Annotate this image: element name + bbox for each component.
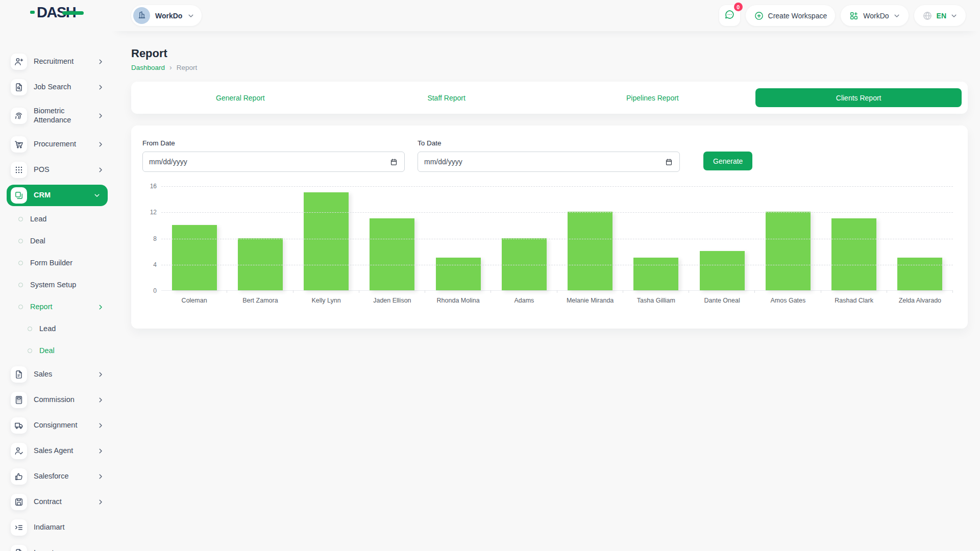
sidebar-item-label: POS — [34, 165, 97, 174]
sidebar-item-sales-agent[interactable]: Sales Agent — [0, 438, 110, 464]
chevron-down-icon — [93, 192, 101, 199]
calendar-icon[interactable] — [665, 158, 673, 166]
sidebar-item-system-setup[interactable]: System Setup — [0, 274, 110, 296]
sidebar-item-lead[interactable]: Lead — [0, 318, 110, 340]
bullet-circle-icon — [18, 283, 23, 287]
calendar-icon[interactable] — [389, 158, 398, 166]
sidebar-item-label: Deal — [30, 237, 104, 246]
filter-row: From Date To Date Generate — [142, 139, 953, 172]
gridline — [161, 239, 953, 239]
to-date-label: To Date — [418, 139, 680, 147]
sidebar-item-pos[interactable]: POS — [0, 157, 110, 183]
fingerprint-icon — [11, 108, 27, 124]
building-icon — [137, 10, 146, 21]
sidebar-item-contract[interactable]: Contract — [0, 489, 110, 515]
bar-amos-gates — [766, 212, 811, 290]
chevron-down-icon — [950, 12, 958, 19]
truck-icon — [11, 417, 27, 434]
chevron-right-icon — [97, 447, 104, 455]
grid-dots-icon — [11, 162, 27, 178]
chevron-right-icon — [97, 396, 104, 404]
sidebar-item-deal[interactable]: Deal — [0, 230, 110, 252]
file-icon — [11, 545, 27, 551]
to-date-input[interactable] — [418, 152, 680, 172]
x-tick-label: Dante Oneal — [689, 297, 755, 304]
sidebar-item-job-search[interactable]: Job Search — [0, 74, 110, 100]
bar-jaden-ellison — [370, 218, 414, 290]
person-plus-icon — [11, 54, 27, 70]
create-workspace-label: Create Workspace — [768, 12, 827, 20]
sidebar-item-form-builder[interactable]: Form Builder — [0, 252, 110, 274]
sidebar-item-consignment[interactable]: Consignment — [0, 413, 110, 438]
page-title: Report — [131, 46, 968, 60]
bullet-circle-icon — [18, 239, 23, 243]
tab-clients-report[interactable]: Clients Report — [755, 88, 962, 107]
sidebar-item-sales[interactable]: Sales — [0, 362, 110, 387]
sidebar-item-deal[interactable]: Deal — [0, 340, 110, 362]
sidebar-item-label: Consignment — [34, 421, 97, 430]
sidebar-item-label: Procurement — [34, 140, 97, 149]
create-workspace-button[interactable]: Create Workspace — [746, 5, 836, 26]
workspace-avatar — [133, 7, 150, 24]
workspace-menu-button[interactable]: WorkDo — [841, 5, 908, 26]
sidebar-item-label: Indiamart — [34, 523, 104, 532]
sidebar-item-procurement[interactable]: Procurement — [0, 132, 110, 157]
sidebar-item-recruitment[interactable]: Recruitment — [0, 49, 110, 74]
tab-pipelines-report[interactable]: Pipelines Report — [550, 88, 756, 107]
x-tick-label: Tasha Gilliam — [623, 297, 689, 304]
y-tick-label: 0 — [153, 287, 157, 294]
sidebar-item-label: Form Builder — [30, 259, 104, 268]
bullet-circle-icon — [28, 348, 32, 353]
x-tick-label: Zelda Alvarado — [887, 297, 953, 304]
sidebar-item-salesforce[interactable]: Salesforce — [0, 464, 110, 489]
tab-staff-report[interactable]: Staff Report — [344, 88, 550, 107]
plus-circle-icon — [754, 11, 764, 21]
sidebar-item-biometric-attendance[interactable]: Biometric Attendance — [0, 100, 110, 132]
sidebar-item-crm[interactable]: CRM — [7, 185, 108, 206]
from-date-input[interactable] — [142, 152, 405, 172]
from-date-text[interactable] — [149, 158, 389, 166]
bar-coleman — [172, 225, 217, 290]
sidebar-item-indiamart[interactable]: Indiamart — [0, 515, 110, 540]
to-date-text[interactable] — [424, 158, 665, 166]
bar-rashad-clark — [831, 218, 876, 290]
y-tick-label: 16 — [150, 183, 157, 190]
sidebar-item-label: Deal — [39, 346, 104, 356]
tab-general-report[interactable]: General Report — [137, 88, 344, 107]
sidebar-item-inventory[interactable]: Inventory — [0, 540, 110, 551]
chevron-right-icon — [97, 473, 104, 480]
sidebar-item-label: Recruitment — [34, 57, 97, 66]
x-tick-label: Coleman — [161, 297, 227, 304]
y-tick-label: 4 — [153, 261, 157, 268]
sidebar-item-label: Lead — [30, 215, 104, 224]
y-tick-label: 12 — [150, 209, 157, 216]
breadcrumb: Dashboard › Report — [131, 63, 968, 71]
chevron-down-icon — [893, 12, 900, 19]
dash-logo-text: DASH — [37, 5, 76, 20]
generate-button[interactable]: Generate — [703, 152, 752, 170]
cart-icon — [11, 136, 27, 153]
sidebar-item-lead[interactable]: Lead — [0, 208, 110, 230]
thumbs-up-icon — [11, 468, 27, 485]
chevron-right-icon — [97, 84, 104, 91]
y-tick-label: 8 — [153, 235, 157, 242]
messages-button[interactable]: 0 — [719, 5, 740, 26]
page-content: Report Dashboard › Report General Report… — [110, 31, 980, 329]
chevron-right-icon — [97, 371, 104, 378]
x-tick-label: Kelly Lynn — [293, 297, 359, 304]
chat-icon — [724, 9, 736, 22]
gridline — [161, 186, 953, 187]
language-selector[interactable]: EN — [914, 5, 966, 26]
sidebar-item-label: CRM — [34, 191, 93, 200]
sidebar-item-report[interactable]: Report — [0, 296, 110, 318]
sidebar-item-commission[interactable]: Commission — [0, 387, 110, 413]
workspace-chip[interactable]: WorkDo — [131, 5, 202, 26]
x-tick-label: Bert Zamora — [227, 297, 293, 304]
sidebar-item-label: Job Search — [34, 83, 97, 92]
file-icon — [11, 366, 27, 383]
x-tick-label: Amos Gates — [755, 297, 821, 304]
workspace-chip-label: WorkDo — [155, 12, 182, 20]
sidebar-item-label: Biometric Attendance — [34, 107, 97, 124]
breadcrumb-dashboard-link[interactable]: Dashboard — [131, 64, 165, 71]
gridline — [161, 265, 953, 265]
